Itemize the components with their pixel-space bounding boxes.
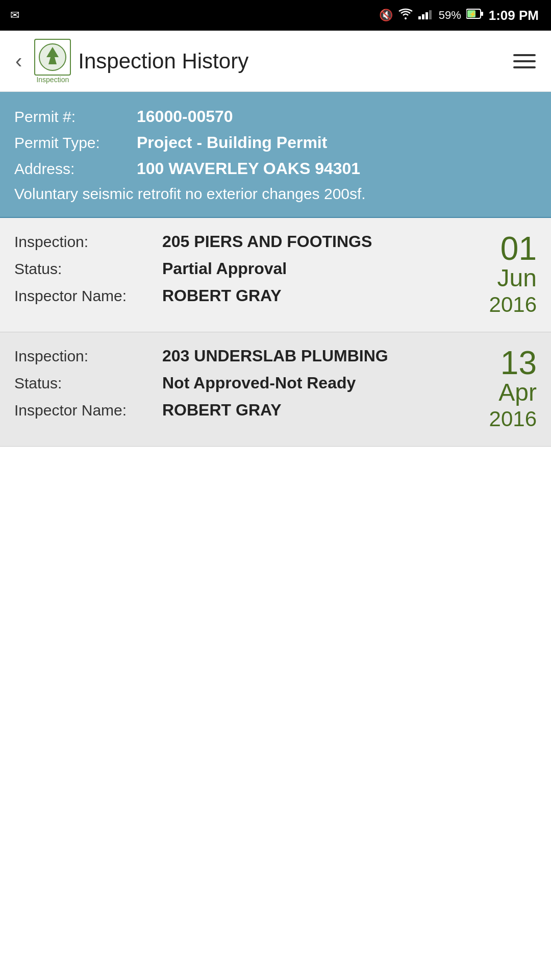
empty-area (0, 447, 551, 753)
date-day-1: 13 (500, 347, 537, 379)
inspection-value-0: 205 PIERS AND FOOTINGS (162, 232, 372, 251)
inspection-item-0[interactable]: Inspection: 205 PIERS AND FOOTINGS Statu… (0, 218, 551, 332)
permit-type-value: Project - Building Permit (137, 133, 327, 152)
status-label-1: Status: (14, 375, 162, 392)
status-indicators: 🔇 59% (379, 8, 539, 23)
notification-icons: ✉ (10, 9, 19, 22)
inspection-label-0: Inspection: (14, 233, 162, 251)
inspector-value-1: ROBERT GRAY (162, 401, 282, 420)
svg-rect-6 (481, 12, 483, 16)
svg-rect-3 (425, 12, 428, 19)
inspector-name-row-0: Inspector Name: ROBERT GRAY (14, 286, 470, 305)
date-year-0: 2016 (489, 292, 537, 317)
svg-rect-2 (422, 14, 424, 19)
inspection-item-1[interactable]: Inspection: 203 UNDERSLAB PLUMBING Statu… (0, 332, 551, 447)
inspector-name-row-1: Inspector Name: ROBERT GRAY (14, 401, 470, 420)
inspection-details-0: Inspection: 205 PIERS AND FOOTINGS Statu… (14, 232, 470, 317)
inspection-name-row-1: Inspection: 203 UNDERSLAB PLUMBING (14, 347, 470, 365)
date-month-1: Apr (498, 379, 537, 406)
back-button[interactable]: ‹ (10, 44, 27, 78)
mute-icon: 🔇 (379, 9, 393, 22)
inspection-status-row-0: Status: Partial Approval (14, 259, 470, 278)
permit-address-value: 100 WAVERLEY OAKS 94301 (137, 159, 360, 178)
permit-number-label: Permit #: (14, 108, 137, 126)
signal-icon (418, 8, 434, 22)
menu-line-1 (513, 54, 536, 56)
svg-text:⚡: ⚡ (469, 10, 477, 18)
menu-button[interactable] (508, 49, 541, 74)
svg-rect-1 (418, 16, 421, 19)
status-label-0: Status: (14, 260, 162, 278)
permit-description: Voluntary seismic retrofit no exterior c… (14, 185, 537, 203)
inspection-value-1: 203 UNDERSLAB PLUMBING (162, 347, 388, 365)
permit-header: Permit #: 16000-00570 Permit Type: Proje… (0, 92, 551, 218)
permit-type-row: Permit Type: Project - Building Permit (14, 133, 537, 152)
permit-type-label: Permit Type: (14, 134, 137, 152)
inspections-list: Inspection: 205 PIERS AND FOOTINGS Statu… (0, 218, 551, 447)
svg-point-0 (405, 17, 407, 19)
inspection-name-row-0: Inspection: 205 PIERS AND FOOTINGS (14, 232, 470, 251)
wifi-icon (398, 8, 413, 22)
date-day-0: 01 (500, 232, 537, 265)
email-icon: ✉ (10, 9, 19, 22)
permit-address-row: Address: 100 WAVERLEY OAKS 94301 (14, 159, 537, 178)
battery-percent: 59% (439, 9, 461, 22)
date-month-0: Jun (497, 265, 537, 292)
inspection-details-1: Inspection: 203 UNDERSLAB PLUMBING Statu… (14, 347, 470, 432)
inspection-date-1: 13 Apr 2016 (470, 347, 537, 432)
permit-address-label: Address: (14, 160, 137, 178)
menu-line-3 (513, 66, 536, 68)
inspector-value-0: ROBERT GRAY (162, 286, 282, 305)
date-year-1: 2016 (489, 406, 537, 432)
inspector-label-1: Inspector Name: (14, 402, 162, 419)
status-value-0: Partial Approval (162, 259, 287, 278)
page-title: Inspection History (78, 49, 508, 74)
menu-line-2 (513, 60, 536, 62)
permit-number-value: 16000-00570 (137, 107, 233, 126)
status-time: 1:09 PM (489, 8, 539, 23)
inspector-label-0: Inspector Name: (14, 287, 162, 305)
inspection-date-0: 01 Jun 2016 (470, 232, 537, 317)
logo-label: Inspection (36, 76, 69, 84)
app-logo-container: Inspection (34, 39, 71, 84)
status-bar: ✉ 🔇 59% (0, 0, 551, 31)
inspection-status-row-1: Status: Not Approved-Not Ready (14, 374, 470, 393)
permit-number-row: Permit #: 16000-00570 (14, 107, 537, 126)
inspection-label-1: Inspection: (14, 348, 162, 365)
nav-bar: ‹ Inspection Inspection History (0, 31, 551, 92)
battery-icon: ⚡ (466, 8, 484, 22)
status-value-1: Not Approved-Not Ready (162, 374, 356, 393)
app-logo (34, 39, 71, 76)
svg-rect-4 (429, 10, 432, 19)
